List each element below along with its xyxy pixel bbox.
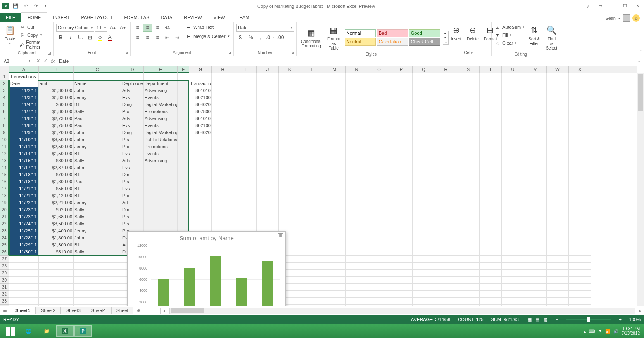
cell[interactable] <box>301 270 323 277</box>
cell[interactable] <box>257 108 279 115</box>
cell[interactable]: $1,200.00 <box>39 129 74 136</box>
cell[interactable] <box>413 298 435 305</box>
cell[interactable] <box>547 213 569 220</box>
cell[interactable] <box>257 80 279 87</box>
cell[interactable] <box>480 73 502 80</box>
cell[interactable] <box>212 122 234 129</box>
zoom-slider[interactable] <box>566 319 611 320</box>
cell[interactable] <box>9 263 39 270</box>
cell[interactable] <box>368 220 390 227</box>
cell[interactable] <box>524 94 547 101</box>
cell[interactable] <box>435 227 457 234</box>
cell[interactable] <box>480 270 502 277</box>
align-left-icon[interactable]: ≡ <box>133 33 142 42</box>
cell[interactable] <box>524 241 547 248</box>
cell[interactable] <box>346 115 368 122</box>
cell[interactable] <box>323 248 346 256</box>
tab-insert[interactable]: INSERT <box>47 13 75 22</box>
cell[interactable] <box>144 192 178 199</box>
cell[interactable] <box>234 122 257 129</box>
cell[interactable] <box>413 171 435 178</box>
cell[interactable] <box>301 171 323 178</box>
cell[interactable]: 11/4/11 <box>9 101 39 108</box>
cell[interactable]: Bill <box>74 171 121 178</box>
cell[interactable]: 11/23/11 <box>9 206 39 213</box>
cell[interactable] <box>569 248 591 256</box>
cell[interactable] <box>279 220 301 227</box>
cell[interactable]: 11/3/11 <box>9 94 39 101</box>
cell[interactable] <box>212 178 234 185</box>
cell[interactable] <box>74 73 121 80</box>
cell[interactable]: Prs <box>121 136 144 143</box>
cell[interactable] <box>301 199 323 206</box>
cell[interactable] <box>390 263 413 270</box>
cell-style[interactable]: Check Cell <box>409 38 440 46</box>
cell[interactable] <box>413 263 435 270</box>
cell[interactable] <box>569 136 591 143</box>
cell[interactable] <box>212 73 234 80</box>
cell[interactable] <box>234 115 257 122</box>
cell[interactable] <box>346 270 368 277</box>
cell[interactable] <box>435 115 457 122</box>
cell[interactable]: $1,300.00 <box>39 241 74 248</box>
cell[interactable]: $1,750.00 <box>39 122 74 129</box>
cell[interactable] <box>413 80 435 87</box>
cell[interactable] <box>301 143 323 150</box>
cell[interactable] <box>524 199 547 206</box>
cell[interactable] <box>502 73 524 80</box>
cell[interactable] <box>502 87 524 94</box>
cell[interactable] <box>547 199 569 206</box>
sheet-nav-prev-icon[interactable]: ◂ <box>2 308 5 313</box>
sheet-nav-next-icon[interactable]: ▸ <box>5 308 7 313</box>
cell[interactable] <box>502 185 524 192</box>
cell[interactable]: Sally <box>74 213 121 220</box>
cell[interactable] <box>323 171 346 178</box>
cell[interactable] <box>502 80 524 87</box>
cell[interactable] <box>368 270 390 277</box>
cell[interactable] <box>323 284 346 291</box>
cell[interactable]: Jenny <box>74 227 121 234</box>
tray-keyboard-icon[interactable]: ⌨ <box>589 329 595 334</box>
cell[interactable] <box>301 129 323 136</box>
cell[interactable] <box>502 248 524 256</box>
row-header[interactable]: 23 <box>0 227 9 234</box>
cell[interactable] <box>569 256 591 263</box>
cell[interactable]: 11/18/11 <box>9 178 39 185</box>
cell[interactable] <box>435 101 457 108</box>
cell[interactable] <box>9 291 39 298</box>
cell[interactable] <box>178 73 189 80</box>
cell[interactable] <box>480 206 502 213</box>
cell[interactable] <box>413 136 435 143</box>
cell[interactable] <box>524 178 547 185</box>
align-bottom-icon[interactable]: ≡ <box>153 24 162 32</box>
cell[interactable] <box>212 171 234 178</box>
cell[interactable] <box>301 185 323 192</box>
grow-font-icon[interactable]: A▴ <box>108 24 117 32</box>
cell[interactable] <box>9 277 39 284</box>
cell[interactable] <box>368 213 390 220</box>
cell[interactable] <box>178 199 189 206</box>
cell[interactable] <box>368 277 390 284</box>
cell[interactable]: 11/10/11 <box>9 136 39 143</box>
cell[interactable] <box>346 206 368 213</box>
cell[interactable] <box>413 101 435 108</box>
cell[interactable] <box>212 157 234 164</box>
tray-volume-icon[interactable]: 🔊 <box>613 329 618 334</box>
cell[interactable]: Evs <box>121 150 144 157</box>
cell[interactable] <box>457 108 480 115</box>
cell[interactable]: Dm <box>121 171 144 178</box>
cell[interactable] <box>413 192 435 199</box>
cell[interactable] <box>279 199 301 206</box>
cell[interactable] <box>480 136 502 143</box>
cell[interactable] <box>502 199 524 206</box>
cell[interactable] <box>39 270 74 277</box>
taskbar-clock[interactable]: 10:34 PM 7/13/2012 <box>622 327 640 336</box>
cell[interactable] <box>368 122 390 129</box>
cell[interactable] <box>502 115 524 122</box>
cell[interactable] <box>301 213 323 220</box>
accounting-format-icon[interactable]: $▾ <box>236 33 245 42</box>
cell[interactable] <box>457 298 480 305</box>
cell[interactable] <box>212 199 234 206</box>
cell[interactable] <box>524 206 547 213</box>
cell[interactable] <box>569 87 591 94</box>
